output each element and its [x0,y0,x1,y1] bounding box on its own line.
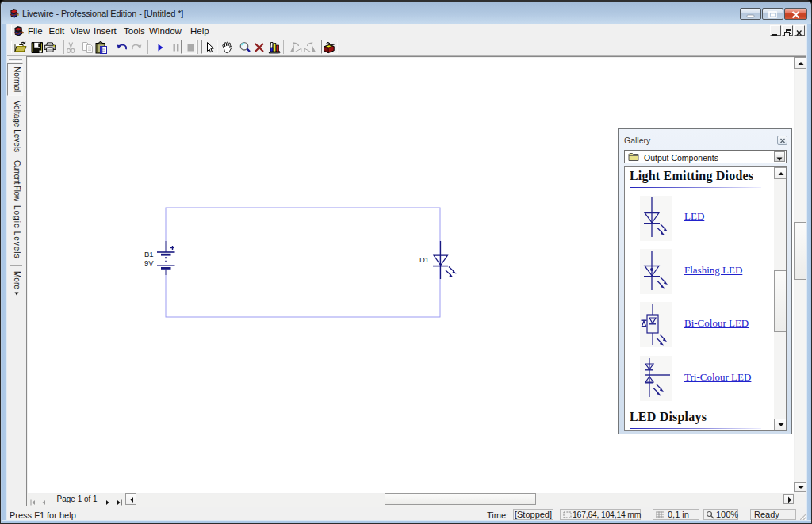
svg-text:9V: 9V [144,258,154,267]
svg-text:B1: B1 [144,250,154,258]
svg-text:D1: D1 [419,255,429,264]
